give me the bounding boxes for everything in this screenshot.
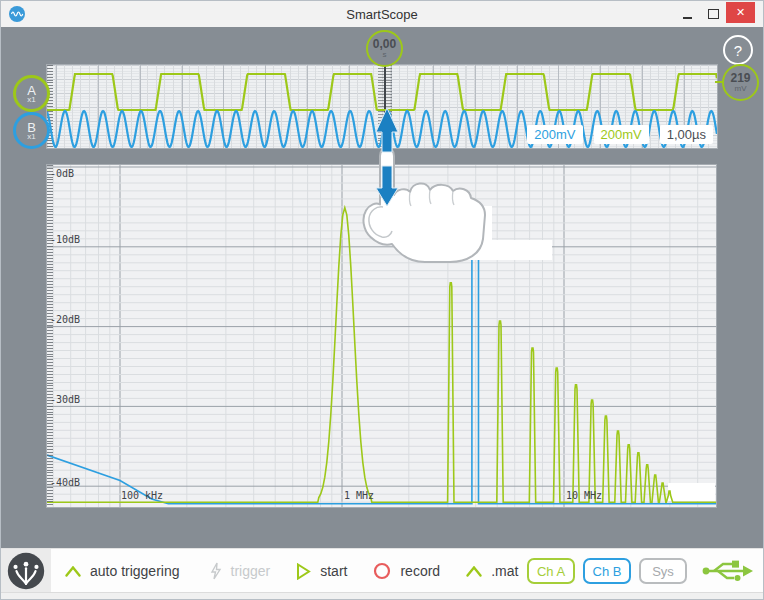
channel-a-wave [47,74,717,110]
channel-a-spectrum [47,208,716,503]
y-tick-20db: -20dB [50,314,80,325]
maximize-icon [708,9,719,19]
title-bar[interactable]: SmartScope ✕ [1,1,763,27]
mat-export-button[interactable]: .mat [466,563,518,579]
x-tick-10mhz: 10 MHz [566,490,602,501]
record-icon [373,562,391,580]
y-tick-40db: -40dB [50,477,80,488]
help-button[interactable]: ? [723,35,753,65]
smartscope-window: SmartScope ✕ 200mV 200mV 1,00µs A x1 B x [0,0,764,600]
trigger-time-badge[interactable]: 0,00 s [366,30,403,67]
channel-a-scale-label[interactable]: 200mV [594,125,649,144]
chevron-up-icon [466,566,482,577]
y-tick-10db: -10dB [50,234,80,245]
time-domain-panel[interactable]: 200mV 200mV 1,00µs [46,64,718,149]
channel-b-scale-label[interactable]: 200mV [527,125,582,144]
x-tick-100khz: 100 kHz [121,490,163,501]
maximize-button[interactable] [700,3,726,25]
play-icon [296,563,311,580]
logo-box [1,549,51,593]
channel-b-button[interactable]: Ch B [583,558,631,584]
bottom-toolbar: auto triggering trigger start record .ma… [1,548,763,593]
channel-a-button[interactable]: Ch A [527,558,575,584]
start-button[interactable]: start [296,563,347,580]
trigger-button[interactable]: trigger [210,562,271,580]
trigger-level-badge[interactable]: 219 mV [722,64,759,101]
auto-triggering-button[interactable]: auto triggering [65,563,180,579]
window-bottom-strip [1,592,763,600]
smartscope-logo [6,551,46,591]
fft-plot [47,165,716,507]
channel-b-badge[interactable]: B x1 [13,112,50,149]
fft-panel[interactable]: -0dB -10dB -20dB -30dB -40dB 100 kHz 1 M… [46,164,717,508]
chevron-up-icon [65,566,81,577]
x-tick-1mhz: 1 MHz [344,490,374,501]
close-icon: ✕ [736,6,745,19]
channel-a-badge[interactable]: A x1 [13,75,50,112]
main-area: 200mV 200mV 1,00µs A x1 B x1 0,00 s ? 21… [1,27,763,548]
y-tick-30db: -30dB [50,394,80,405]
y-tick-0db: -0dB [50,168,74,179]
close-button[interactable]: ✕ [726,2,755,23]
system-button[interactable]: Sys [639,558,687,584]
minimize-button[interactable] [674,3,700,25]
record-button[interactable]: record [373,562,440,580]
lightning-icon [210,562,222,580]
usb-icon [701,556,753,586]
db-ruler [47,165,53,507]
time-scale-label[interactable]: 1,00µs [660,125,713,144]
window-title: SmartScope [1,7,763,22]
minimize-icon [683,17,692,19]
